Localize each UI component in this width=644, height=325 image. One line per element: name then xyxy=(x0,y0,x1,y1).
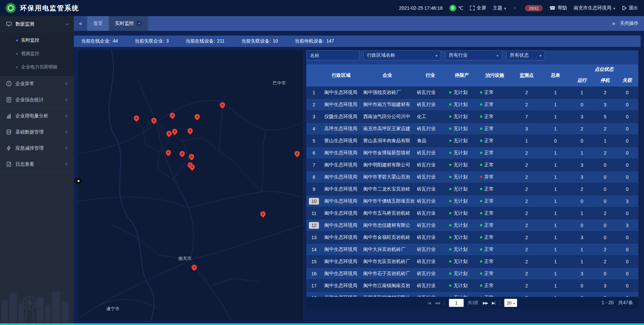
logout-button[interactable]: 退出 xyxy=(622,5,638,11)
industry-filter-select[interactable]: 所有行业 xyxy=(445,50,502,60)
table-row[interactable]: 11 阆中生态环境局 阆中市五马桥页岩机砖 砖瓦行业 无计划 正常 2 xyxy=(306,207,638,219)
table-row[interactable]: 2 阆中生态环境局 阆中市南方节能建材有 砖瓦行业 无计划 正常 2 xyxy=(306,99,638,111)
sidebar-item-company-abnormal[interactable]: 企业异常 xyxy=(0,76,74,92)
next-page-button[interactable] xyxy=(483,301,488,305)
table-row[interactable]: 9 阆中生态环境局 阆中市二龙长宝页岩砖 砖瓦行业 无计划 正常 2 xyxy=(306,183,638,195)
cell-stopped-count: 0 xyxy=(594,235,616,240)
region-filter-select[interactable]: 行政区域名称 xyxy=(363,50,441,60)
stat-item: 当前停机设备: 147 xyxy=(295,38,334,44)
cell-lost-count: 0 xyxy=(616,247,638,252)
table-row[interactable]: 13 阆中生态环境局 阆中市金福旺页岩机砖 砖瓦行业 无计划 正常 2 xyxy=(306,231,638,243)
cell-meter-count: 1 xyxy=(541,186,570,192)
cell-monitor-count: 2 xyxy=(512,259,541,264)
table-row[interactable]: 6 阆中生态环境局 阆中市金博瑞新型墙材 砖瓦行业 无计划 正常 2 xyxy=(306,147,638,159)
prev-page-button[interactable] xyxy=(435,301,440,305)
name-filter-input[interactable] xyxy=(306,50,359,60)
tab-home[interactable]: 首页 xyxy=(87,16,109,31)
row-index: 18 xyxy=(309,294,319,297)
column-header-pollution[interactable]: 治污设施 xyxy=(477,64,512,87)
stat-item: 当前失联设备: 10 xyxy=(241,38,278,44)
table-row[interactable]: 3 仪陇生态环境局 西南油气田分公司川中 化工 无计划 正常 7 xyxy=(306,111,638,123)
map-roads xyxy=(78,50,303,320)
cell-stop-status: 无计划 xyxy=(446,259,477,265)
cell-meter-count: 1 xyxy=(541,199,570,204)
stat-value: 10 xyxy=(273,38,278,44)
column-header-run[interactable]: 运行 xyxy=(570,74,594,87)
cell-run-count: 0 xyxy=(570,223,594,228)
cell-pollution-status: 正常 xyxy=(477,114,512,120)
status-filter-select[interactable]: 所有状态 xyxy=(506,50,545,60)
sidebar-item-emergency-management[interactable]: 应急减排管理 xyxy=(0,140,74,156)
map-canvas[interactable]: 巴中市 南充市 遂宁市 xyxy=(78,50,303,320)
close-icon[interactable] xyxy=(137,21,142,26)
cell-run-count: 3 xyxy=(570,174,594,180)
sidebar-item-power-load-detail[interactable]: 企业电力负荷明细 xyxy=(0,60,74,74)
close-operations-button[interactable]: 关闭操作 xyxy=(620,20,639,26)
column-header-stopped[interactable]: 停机 xyxy=(594,74,616,87)
monitor-icon xyxy=(6,21,12,27)
sidebar-subitem-label: 企业电力负荷明细 xyxy=(21,64,57,70)
sidebar-item-power-analysis[interactable]: 企业用电量分析 xyxy=(0,108,74,124)
column-header-region[interactable]: 行政区域 xyxy=(322,64,361,87)
weather-widget[interactable]: 0 ℃ xyxy=(449,5,464,11)
cell-industry: 砖瓦行业 xyxy=(414,186,446,192)
cell-stopped-count: 2 xyxy=(594,90,616,95)
page-size-select[interactable]: 20 xyxy=(504,299,517,307)
theme-dropdown[interactable]: 主题 xyxy=(493,5,506,11)
cell-monitor-count: 2 xyxy=(512,102,541,107)
column-header-stop[interactable]: 停限产 xyxy=(446,64,477,87)
cell-pollution-status: 正常 xyxy=(477,102,512,108)
chevron-left-icon xyxy=(66,82,69,86)
bullet-icon xyxy=(16,40,18,41)
table-row[interactable]: 15 阆中生态环境局 阆中市光富页岩机砖厂 砖瓦行业 无计划 正常 2 xyxy=(306,256,638,268)
sidebar-item-data-monitoring[interactable]: 数据监测 xyxy=(0,16,74,32)
app-header: 环保用电监管系统 2021-02-25 17:46:18 0 ℃ 全屏 主题 2… xyxy=(0,0,644,16)
column-header-industry[interactable]: 行业 xyxy=(414,64,446,87)
tabs-scroll-right-button[interactable] xyxy=(612,20,615,26)
table-row[interactable]: 4 高坪生态环境局 南充市高坪区王家店建 砖瓦行业 无计划 正常 3 xyxy=(306,123,638,135)
cell-run-count: 1 xyxy=(570,247,594,252)
organization-dropdown[interactable]: 南充市生态环境局 xyxy=(574,5,615,11)
sidebar-item-company-statistics[interactable]: 企业综合统计 xyxy=(0,92,74,108)
table-row[interactable]: 17 阆中生态环境局 阆中市江南镇阆南页岩 砖瓦行业 无计划 正常 2 xyxy=(306,280,638,292)
row-index: 10 xyxy=(309,198,319,205)
sidebar-item-video-monitoring[interactable]: 视频监控 xyxy=(0,47,74,60)
sidebar-item-realtime-monitoring[interactable]: 实时监控 xyxy=(0,34,74,47)
cell-run-count: 0 xyxy=(570,199,594,204)
table-row[interactable]: 12 阆中生态环境局 阆中市忠信建材有限公 砖瓦行业 无计划 正常 2 xyxy=(306,219,638,231)
table-row[interactable]: 14 阆中生态环境局 阆中大兴页岩机砖厂 砖瓦行业 无计划 正常 2 xyxy=(306,243,638,256)
tabs-scroll-left-button[interactable] xyxy=(74,16,87,31)
cell-meter-count: 1 xyxy=(541,162,570,168)
table-row[interactable]: 10 阆中生态环境局 阆中市千佛镇五郎垭页岩 砖瓦行业 无计划 正常 2 xyxy=(306,195,638,207)
column-header-company[interactable]: 企业 xyxy=(361,64,414,87)
cell-company: 阆中明阳建材有限公司 xyxy=(361,162,414,168)
notice-count-badge[interactable]: 2632 xyxy=(525,5,543,11)
sidebar-item-log-view[interactable]: 日志查看 xyxy=(0,156,74,172)
cell-industry: 砖瓦行业 xyxy=(414,210,446,216)
column-header-monitor[interactable]: 监测点 xyxy=(512,64,541,87)
cell-lost-count: 0 xyxy=(616,162,638,168)
table-row[interactable]: 7 阆中生态环境局 阆中明阳建材有限公司 砖瓦行业 无计划 正常 2 xyxy=(306,159,638,171)
cell-company: 阆中市金博瑞新型墙材 xyxy=(361,150,414,156)
column-header-meter[interactable]: 总表 xyxy=(541,64,570,87)
help-button[interactable]: 帮助 xyxy=(549,5,567,11)
first-page-button[interactable] xyxy=(427,301,430,305)
table-row[interactable]: 1 阆中生态环境局 阆中强锐页岩砖厂 砖瓦行业 无计划 正常 2 xyxy=(306,87,638,99)
table-row[interactable]: 5 营山生态环境局 营山县润丰肉食品有限 食品 无计划 正常 1 xyxy=(306,135,638,147)
last-page-button[interactable] xyxy=(492,301,495,305)
table-header: 行政区域 企业 行业 停限产 治污设施 监测点 总表 点位状态 运行 停机 失联 xyxy=(306,64,638,87)
sidebar-item-base-data[interactable]: 基础数据管理 xyxy=(0,124,74,140)
table-row[interactable]: 18 南部生态环境局 南部县瑞华建材有限公 砖瓦行业 无计划 正常 2 xyxy=(306,292,638,297)
stat-item: 当前在线设备: 211 xyxy=(185,38,224,44)
table-row[interactable]: 8 阆中生态环境局 阆中市枣碧大梁山页岩 砖瓦行业 无计划 异常 2 xyxy=(306,171,638,183)
speaker-icon[interactable] xyxy=(513,5,518,11)
fullscreen-button[interactable]: 全屏 xyxy=(470,5,486,11)
cell-industry: 砖瓦行业 xyxy=(414,174,446,180)
row-index: 15 xyxy=(309,258,319,265)
table-row[interactable]: 16 阆中生态环境局 阆中市石子页岩机砖厂 砖瓦行业 无计划 正常 2 xyxy=(306,268,638,280)
column-header-lost[interactable]: 失联 xyxy=(616,74,638,87)
page-number-input[interactable] xyxy=(449,299,464,307)
cell-region: 阆中生态环境局 xyxy=(322,174,361,180)
tab-realtime-monitoring[interactable]: 实时监控 xyxy=(109,16,148,31)
sidebar: 数据监测 实时监控 视频监控 企业电力负荷明细 企业异常 xyxy=(0,16,74,325)
